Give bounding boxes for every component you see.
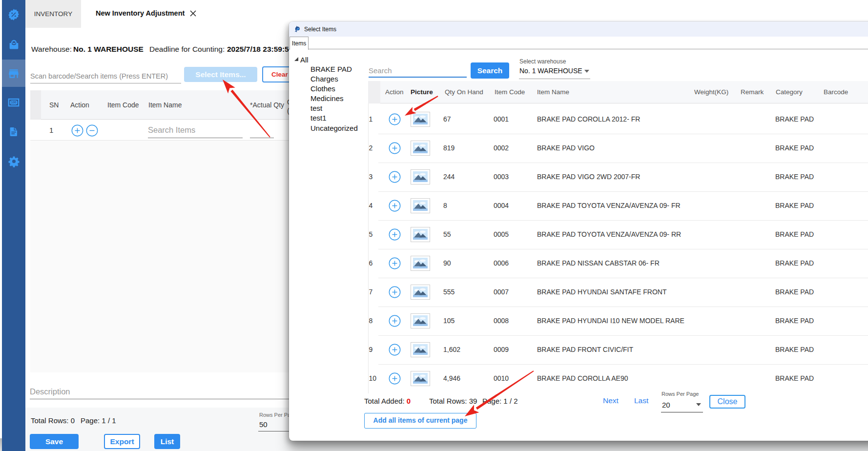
svg-text:100: 100 bbox=[11, 101, 16, 104]
